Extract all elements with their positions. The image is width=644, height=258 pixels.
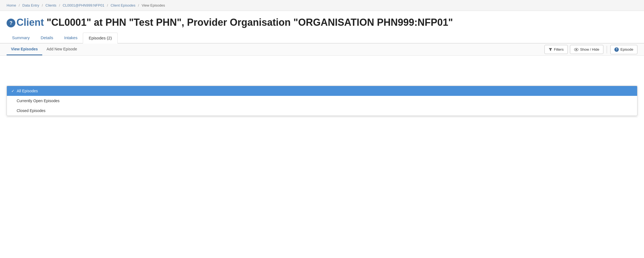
page-title-section: ?Client "CL0001" at PHN "Test PHN", Prov… [0,11,644,33]
tabs-bar: Summary Details Intakes Episodes (2) [0,33,644,44]
svg-marker-0 [549,48,552,51]
tab-details[interactable]: Details [35,33,59,44]
breadcrumb: Home / Data Entry / Clients / CL0001@PHN… [0,0,644,11]
sub-nav-right: Filters Show / Hide ? Episode [544,45,637,54]
breadcrumb-data-entry[interactable]: Data Entry [22,3,39,7]
tab-summary[interactable]: Summary [7,33,35,44]
filter-icon [549,48,552,51]
breadcrumb-client-episodes[interactable]: Client Episodes [111,3,135,7]
episode-help-icon: ? [614,47,619,52]
show-hide-button[interactable]: Show / Hide [570,45,603,54]
subnav-add-episode[interactable]: Add New Episode [42,44,81,55]
breadcrumb-home[interactable]: Home [7,3,16,7]
subnav-view-episodes[interactable]: View Episodes [7,44,42,55]
svg-point-2 [576,49,577,50]
breadcrumb-clients[interactable]: Clients [46,3,57,7]
dropdown-closed-episodes[interactable]: Closed Episodes [7,106,637,116]
sub-nav-left: View Episodes Add New Episode [7,44,544,55]
episodes-filter-dropdown: ✓All Episodes Currently Open Episodes Cl… [7,86,637,116]
sub-nav: View Episodes Add New Episode Filters Sh… [0,44,644,56]
breadcrumb-client-id[interactable]: CL0001@PHN999:NFP01 [63,3,104,7]
divider [607,46,607,53]
client-link[interactable]: Client [16,17,44,28]
eye-icon [574,48,578,51]
tab-episodes[interactable]: Episodes (2) [83,33,117,44]
client-help-icon[interactable]: ? [7,19,15,27]
dropdown-all-episodes[interactable]: ✓All Episodes [7,86,637,96]
tab-intakes[interactable]: Intakes [59,33,83,44]
dropdown-open-episodes[interactable]: Currently Open Episodes [7,96,637,106]
page-title-suffix: "CL0001" at PHN "Test PHN", Provider Org… [44,17,453,28]
page-title: ?Client "CL0001" at PHN "Test PHN", Prov… [7,16,637,28]
episode-help-button[interactable]: ? Episode [610,45,637,54]
filters-button[interactable]: Filters [544,45,568,54]
breadcrumb-current: View Episodes [142,3,165,7]
